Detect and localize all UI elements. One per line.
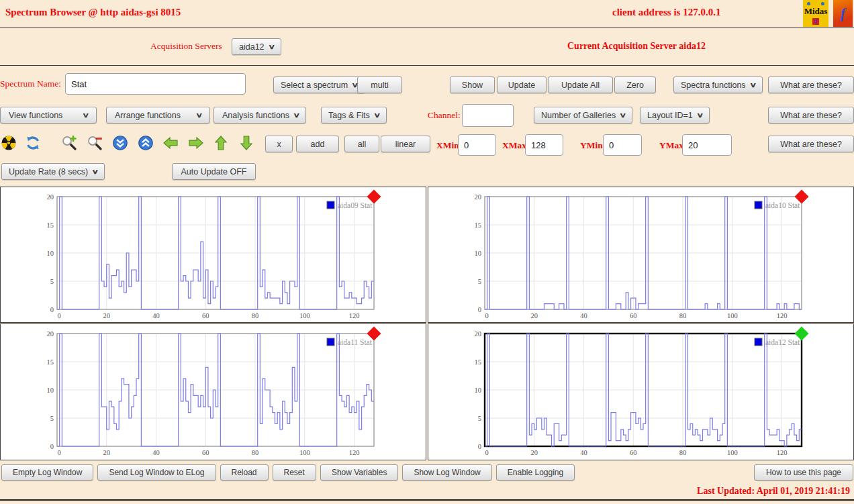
view-functions-dropdown[interactable]: View functions∨: [0, 107, 97, 123]
legend-label: aida10 Stat: [765, 201, 800, 209]
empty-log-window-button[interactable]: Empty Log Window: [1, 464, 93, 481]
fairroot-logo: f: [833, 0, 853, 27]
footer-button-bar: Empty Log Window Send Log Window to ELog…: [1, 464, 575, 481]
ymin-input[interactable]: [603, 134, 642, 156]
y-tick-label: 10: [475, 387, 482, 394]
x-tick-label: 0: [485, 449, 488, 456]
xmin-label: XMin: [436, 140, 459, 151]
add-button[interactable]: add: [296, 136, 339, 152]
arrow-right-icon[interactable]: [189, 136, 203, 150]
y-tick-label: 15: [47, 358, 54, 366]
ymax-input[interactable]: [682, 134, 732, 156]
zoom-out-icon[interactable]: [87, 136, 102, 150]
scroll-down-icon[interactable]: [113, 136, 128, 150]
radiation-icon[interactable]: [1, 136, 16, 150]
y-tick-label: 5: [50, 278, 54, 285]
show-log-window-button[interactable]: Show Log Window: [402, 464, 491, 481]
spectra-functions-label: Spectra functions: [681, 81, 746, 90]
update-rate-label: Update Rate (8 secs): [9, 167, 88, 177]
number-of-galleries-dropdown[interactable]: Number of Galleries∨: [534, 107, 632, 123]
refresh-icon[interactable]: [26, 136, 40, 150]
y-tick-label: 10: [47, 387, 54, 394]
send-log-window-to-elog-button[interactable]: Send Log Window to ELog: [97, 464, 216, 481]
update-button[interactable]: Update: [497, 77, 547, 93]
spectrum-panel-aida11[interactable]: 02040608010012005101520aida11 Stat: [0, 323, 426, 460]
legend-label: aida12 Stat: [765, 338, 800, 346]
layout-id-dropdown[interactable]: Layout ID=1∨: [640, 107, 710, 123]
what-are-these-button-1[interactable]: What are these?: [768, 77, 854, 93]
tags-fits-label: Tags & Fits: [328, 111, 370, 120]
functions-row: View functions∨ Arrange functions∨ Analy…: [0, 101, 854, 132]
y-tick-label: 15: [475, 358, 482, 366]
spectrum-plot[interactable]: 02040608010012005101520aida09 Stat: [1, 187, 426, 322]
chevron-down-icon: ∨: [619, 111, 626, 119]
reset-button[interactable]: Reset: [273, 464, 316, 481]
zero-button[interactable]: Zero: [614, 77, 656, 93]
y-tick-label: 5: [50, 415, 54, 422]
multi-button[interactable]: multi: [357, 77, 402, 93]
spectrum-panel-aida10[interactable]: 02040608010012005101520aida10 Stat: [428, 187, 854, 323]
spectrum-plot[interactable]: 02040608010012005101520aida10 Stat: [428, 187, 853, 322]
chevron-down-icon: ∨: [293, 111, 300, 119]
zoom-in-icon[interactable]: [62, 136, 77, 150]
x-tick-label: 20: [531, 312, 538, 319]
what-are-these-button-2[interactable]: What are these?: [768, 107, 854, 123]
select-spectrum-dropdown[interactable]: Select a spectrum∨: [273, 77, 365, 93]
xmax-label: XMax: [502, 140, 526, 151]
analysis-functions-dropdown[interactable]: Analysis functions∨: [214, 107, 306, 123]
x-tick-label: 100: [727, 312, 738, 319]
x-button[interactable]: x: [265, 136, 293, 152]
acquisition-server-select[interactable]: aida12∨: [232, 38, 281, 55]
legend-swatch: [327, 338, 334, 346]
tags-fits-dropdown[interactable]: Tags & Fits∨: [321, 107, 387, 123]
toolbar-row: x add all linear XMin XMax YMin YMax Wha…: [0, 132, 854, 161]
spectrum-plot[interactable]: 02040608010012005101520aida12 Stat: [428, 324, 853, 459]
x-tick-label: 100: [299, 312, 310, 319]
update-all-button[interactable]: Update All: [548, 77, 613, 93]
ymax-label: YMax: [659, 140, 683, 151]
chevron-down-icon: ∨: [268, 43, 275, 50]
how-to-use-button[interactable]: How to use this page: [754, 464, 853, 481]
auto-update-button[interactable]: Auto Update OFF: [172, 163, 256, 180]
arrange-functions-dropdown[interactable]: Arrange functions∨: [106, 107, 210, 123]
channel-input[interactable]: [462, 104, 514, 127]
acquisition-servers-label: Acquisition Servers: [150, 41, 222, 52]
spectra-functions-dropdown[interactable]: Spectra functions∨: [673, 77, 763, 93]
arrow-up-icon[interactable]: [214, 136, 228, 150]
arrow-left-icon[interactable]: [163, 136, 178, 150]
x-tick-label: 100: [727, 449, 738, 456]
x-tick-label: 60: [202, 312, 209, 319]
x-tick-label: 80: [679, 312, 687, 319]
x-tick-label: 40: [152, 312, 160, 319]
all-button[interactable]: all: [344, 136, 379, 152]
y-tick-label: 20: [475, 193, 482, 201]
midas-logo-text: Midas: [804, 6, 828, 17]
select-spectrum-label: Select a spectrum: [281, 81, 348, 90]
last-updated-text: Last Updated: April 01, 2019 21:41:19: [697, 486, 850, 497]
y-tick-label: 10: [475, 250, 482, 257]
y-tick-label: 20: [47, 330, 54, 338]
y-tick-label: 15: [47, 221, 54, 229]
linear-button[interactable]: linear: [381, 136, 430, 152]
what-are-these-button-3[interactable]: What are these?: [768, 136, 854, 152]
enable-logging-button[interactable]: Enable Logging: [496, 464, 575, 481]
arrow-down-icon[interactable]: [239, 136, 254, 150]
spectrum-panel-aida12[interactable]: 02040608010012005101520aida12 Stat: [428, 323, 854, 460]
reload-button[interactable]: Reload: [220, 464, 269, 481]
spectrum-name-input[interactable]: [65, 73, 246, 95]
show-button[interactable]: Show: [450, 77, 495, 93]
x-tick-label: 20: [103, 449, 111, 456]
y-tick-label: 20: [475, 330, 482, 338]
xmin-input[interactable]: [458, 134, 496, 156]
spectrum-plot[interactable]: 02040608010012005101520aida11 Stat: [1, 324, 426, 459]
x-tick-label: 80: [252, 449, 259, 456]
x-tick-label: 120: [349, 449, 360, 456]
y-tick-label: 0: [50, 306, 54, 313]
show-variables-button[interactable]: Show Variables: [320, 464, 399, 481]
scroll-up-icon[interactable]: [138, 136, 153, 150]
spectrum-panel-aida09[interactable]: 02040608010012005101520aida09 Stat: [0, 187, 426, 323]
chevron-down-icon: ∨: [91, 168, 99, 175]
layout-id-label: Layout ID=1: [647, 111, 693, 120]
update-rate-dropdown[interactable]: Update Rate (8 secs)∨: [1, 163, 105, 180]
xmax-input[interactable]: [525, 134, 563, 156]
